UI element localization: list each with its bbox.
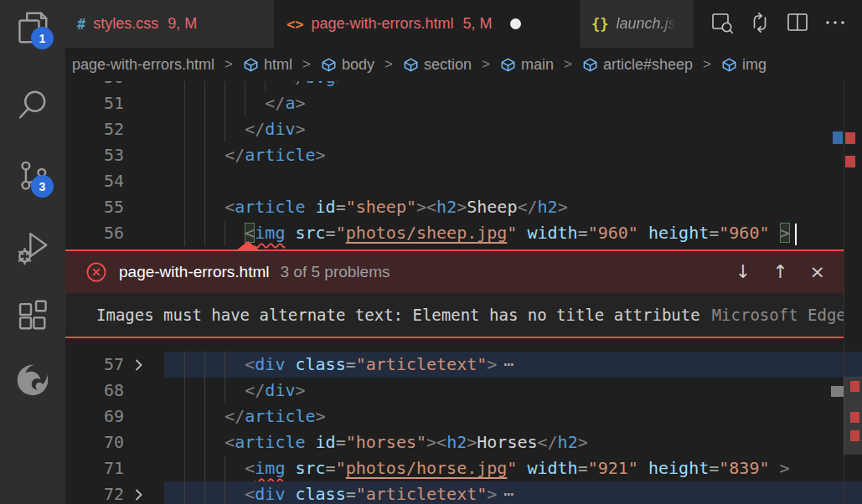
code-line-50[interactable]: 50 </svg> [65, 81, 862, 90]
code-line-content[interactable]: <div class="articletext">⋯ [184, 352, 514, 378]
editor-actions [710, 0, 862, 48]
open-preview-icon [710, 10, 735, 39]
search-icon [13, 85, 52, 123]
symbol-cube-icon [243, 57, 259, 73]
fold-chevron-icon[interactable] [124, 481, 154, 504]
code-line-content[interactable]: </svg> [184, 81, 346, 90]
peek-title: page-with-errors.html [119, 263, 270, 281]
fold-gutter [124, 220, 154, 246]
code-line-56[interactable]: 56 <img src="photos/sheep.jpg" width="96… [65, 220, 862, 246]
activity-item-extensions[interactable] [0, 291, 65, 338]
code-line-71[interactable]: 71 <img src="photos/horse.jpg" width="92… [65, 455, 862, 481]
line-number: 70 [65, 429, 124, 455]
line-number: 68 [65, 378, 124, 404]
line-number: 56 [65, 220, 124, 246]
close-peek-button[interactable]: × [810, 263, 825, 281]
code-line-51[interactable]: 51 </a> [65, 90, 862, 116]
error-circle-icon [85, 261, 107, 283]
code-line-content[interactable]: <img src="photos/sheep.jpg" width="960" … [184, 220, 797, 246]
peek-problem-count: 3 of 5 problems [281, 263, 390, 281]
code-line-54[interactable]: 54 [65, 168, 862, 194]
code-line-72[interactable]: 72 <div class="articletext">⋯ [65, 481, 862, 504]
activity-item-search[interactable] [0, 80, 65, 127]
fold-gutter [124, 194, 154, 220]
breadcrumb-symbol-body[interactable]: body [321, 56, 374, 74]
tab-label: styles.css [93, 15, 158, 33]
breadcrumb-symbol-section[interactable]: section [403, 56, 472, 74]
problem-message: Images must have alternate text: Element… [96, 306, 700, 324]
fold-gutter [124, 142, 154, 168]
next-problem-button[interactable]: ↓ [736, 263, 751, 281]
breadcrumb-file[interactable]: page-with-errors.html [72, 56, 214, 74]
code-line-68[interactable]: 68 </div> [65, 378, 862, 404]
dirty-indicator[interactable] [510, 18, 521, 29]
ellipsis-icon [823, 10, 848, 39]
code-line-content[interactable]: </article> [184, 404, 326, 429]
code-line-52[interactable]: 52 </div> [65, 116, 862, 142]
code-line-content[interactable]: <article id="sheep"><h2>Sheep</h2> [184, 194, 568, 220]
open-preview-button[interactable] [710, 12, 735, 37]
code-line-content[interactable]: </a> [184, 90, 306, 116]
tab-problems-decoration: 5, M [463, 15, 493, 33]
code-line-content[interactable]: </article> [184, 142, 326, 168]
activity-bar: 13 [0, 0, 65, 504]
code-editor[interactable]: 50 </svg>51 </a>52 </div>53 </article>54… [65, 81, 862, 504]
code-line-content[interactable]: <div class="articletext">⋯ [184, 481, 514, 504]
symbol-cube-icon [403, 57, 419, 73]
ruler-error-marker [850, 381, 859, 392]
peek-arrow [236, 241, 260, 250]
breadcrumb-symbol-img[interactable]: img [721, 56, 767, 74]
line-number: 50 [65, 81, 124, 90]
breadcrumb-separator: > [225, 56, 233, 73]
code-line-content[interactable]: <article id="horses"><h2>Horses</h2> [184, 429, 588, 455]
problem-message-row[interactable]: Images must have alternate text: Element… [65, 293, 844, 337]
extensions-icon [13, 296, 52, 334]
activity-badge: 3 [31, 175, 54, 198]
breadcrumb-separator: > [703, 56, 711, 73]
line-number: 54 [65, 168, 124, 194]
tab-launch-json[interactable]: {}launch.js [580, 0, 694, 48]
breadcrumb-separator: > [385, 56, 393, 73]
split-editor-button[interactable] [785, 12, 810, 37]
tab-styles-css[interactable]: #styles.css9, M [65, 0, 275, 48]
code-line-70[interactable]: 70 <article id="horses"><h2>Horses</h2> [65, 429, 862, 455]
line-number: 57 [65, 352, 124, 378]
breadcrumb-symbol-main[interactable]: main [500, 56, 554, 74]
fold-gutter [124, 378, 154, 404]
peek-header: page-with-errors.html 3 of 5 problems ↓ … [65, 251, 844, 293]
tab-page-with-errors-html[interactable]: <>page-with-errors.html5, M [275, 0, 580, 48]
code-line-content[interactable]: </div> [184, 116, 306, 142]
line-number: 55 [65, 194, 124, 220]
fold-gutter [124, 455, 154, 481]
breadcrumb-symbol-article-sheep[interactable]: article#sheep [582, 56, 693, 74]
problems-peek-view: page-with-errors.html 3 of 5 problems ↓ … [65, 249, 844, 338]
fold-chevron-icon[interactable] [124, 352, 154, 378]
breadcrumb-symbol-label: html [264, 56, 292, 74]
code-line-content[interactable]: <img src="photos/horse.jpg" width="921" … [184, 455, 790, 481]
edge-icon [13, 361, 52, 399]
activity-item-run-debug[interactable] [0, 223, 65, 270]
ruler-error-marker [845, 156, 855, 167]
breadcrumb-symbol-label: article#sheep [603, 56, 693, 74]
open-changes-button[interactable] [747, 12, 772, 37]
code-line-57[interactable]: 57 <div class="articletext">⋯ [65, 352, 862, 378]
activity-badge: 1 [31, 27, 54, 49]
previous-problem-button[interactable]: ↑ [772, 263, 787, 281]
code-line-53[interactable]: 53 </article> [65, 142, 862, 168]
code-line-69[interactable]: 69 </article> [65, 404, 862, 429]
line-number: 72 [65, 481, 124, 504]
more-actions-button[interactable] [823, 12, 848, 37]
ruler-error-marker [845, 132, 855, 144]
code-line-content[interactable]: </div> [184, 378, 306, 404]
fold-gutter [124, 429, 154, 455]
activity-item-edge-devtools[interactable] [0, 357, 65, 404]
tab-label: page-with-errors.html [311, 15, 453, 33]
line-number: 53 [65, 142, 124, 168]
code-line-55[interactable]: 55 <article id="sheep"><h2>Sheep</h2> [65, 194, 862, 220]
ruler-error-marker [850, 412, 859, 423]
breadcrumb-symbol-html[interactable]: html [243, 56, 292, 74]
split-editor-icon [785, 10, 810, 39]
activity-item-explorer[interactable]: 1 [0, 3, 65, 50]
line-number: 71 [65, 455, 124, 481]
activity-item-source-control[interactable]: 3 [0, 152, 65, 198]
